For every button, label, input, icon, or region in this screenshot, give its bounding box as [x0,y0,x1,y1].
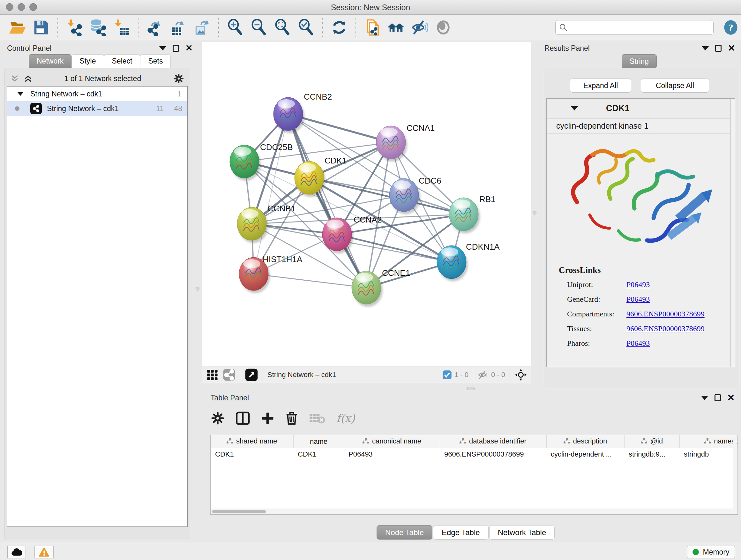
zoom-fit-button[interactable] [273,17,292,38]
left-splitter-handle[interactable] [196,287,199,291]
delete-table-icon[interactable] [309,412,326,425]
node-entry-header[interactable]: CDK1 [547,99,735,118]
delete-columns-icon[interactable] [285,411,298,425]
cell-database-identifier[interactable]: 9606.ENSP00000378699 [440,448,546,461]
table-panel-maximize-icon[interactable] [715,394,721,401]
global-search-input[interactable] [568,23,705,32]
network-options-gear-icon[interactable] [173,73,185,84]
results-scrollbar[interactable] [731,99,735,367]
col-namespace[interactable]: namespace [679,435,738,448]
network-view-canvas[interactable]: CCNB2CCNA1CDC25BCDK1CDC6RB1CCNB1CCNA2CDK… [202,42,531,367]
cell-shared-name[interactable]: CDK1 [211,448,293,461]
cloud-status-button[interactable] [7,546,26,558]
export-network-button[interactable] [145,17,165,38]
crosslink-tissues-link[interactable]: 9606.ENSP00000378699 [626,324,704,333]
save-session-button[interactable] [31,17,51,38]
control-panel-close-icon[interactable]: ✕ [185,45,193,52]
detach-view-icon[interactable] [245,368,258,381]
network-collection-row[interactable]: String Network – cdk1 1 [7,86,187,101]
first-neighbors-button[interactable] [386,17,406,38]
table-panel-float-icon[interactable] [701,396,708,400]
network-node-CCNB1[interactable]: CCNB1 [237,204,295,243]
tab-edge-table[interactable]: Edge Table [433,525,488,540]
tab-node-table[interactable]: Node Table [377,525,432,540]
results-panel-maximize-icon[interactable] [715,45,722,52]
hide-selected-button[interactable] [410,17,429,38]
warnings-button[interactable] [35,546,54,558]
cell-description[interactable]: cyclin-dependent ... [546,448,624,461]
tab-network[interactable]: Network [29,54,71,68]
col-database-identifier[interactable]: database identifier [440,435,546,448]
export-image-button[interactable] [192,17,212,38]
zoom-selected-button[interactable] [296,17,316,38]
collection-expand-icon[interactable] [17,92,23,96]
network-node-CCNB2[interactable]: CCNB2 [273,92,332,133]
tab-select[interactable]: Select [104,54,140,68]
zoom-in-button[interactable] [225,17,245,38]
import-table-button[interactable] [112,17,131,38]
expand-all-button[interactable]: Expand All [570,78,631,92]
network-node-CDK1[interactable]: CDK1 [294,156,347,197]
tab-network-table[interactable]: Network Table [489,525,555,540]
show-columns-icon[interactable] [235,411,250,425]
cell-name[interactable]: CDK1 [293,448,344,461]
network-node-CDKN1A[interactable]: CDKN1A [437,242,500,281]
network-node-RB1[interactable]: RB1 [449,194,495,233]
table-scrollbar-thumb[interactable] [212,510,266,513]
hidden-eye-icon[interactable] [478,370,488,380]
network-node-CCNA1[interactable]: CCNA1 [376,123,434,162]
memory-button[interactable]: Memory [687,546,735,558]
collapse-all-button[interactable]: Collapse All [641,78,709,92]
col-shared-name[interactable]: shared name [211,435,293,448]
crosslink-uniprot-link[interactable]: P06493 [626,280,650,289]
apply-layout-button[interactable] [329,17,349,38]
network-overview-icon[interactable] [223,368,235,381]
control-panel-float-icon[interactable] [159,46,166,51]
import-network-file-button[interactable] [64,17,84,38]
results-panel-close-icon[interactable]: ✕ [728,45,735,52]
tab-string[interactable]: String [622,54,657,68]
node-table[interactable]: shared name name canonical name database… [210,435,738,515]
table-horizontal-scrollbar[interactable] [211,509,737,514]
network-node-CDC6[interactable]: CDC6 [389,176,441,214]
results-panel-float-icon[interactable] [702,46,709,51]
open-session-button[interactable] [8,17,27,38]
crosslink-genecard-link[interactable]: P06493 [626,295,650,304]
cell-id[interactable]: stringdb:9... [624,448,679,461]
node-entry-expand-icon[interactable] [571,106,578,111]
table-vertical-scrollbar[interactable] [733,435,737,509]
network-canvas-svg[interactable]: CCNB2CCNA1CDC25BCDK1CDC6RB1CCNB1CCNA2CDK… [202,42,531,367]
create-column-icon[interactable] [261,412,274,425]
show-all-button[interactable] [433,17,453,38]
grid-view-icon[interactable] [206,369,218,381]
birds-eye-icon[interactable] [515,368,527,381]
col-description[interactable]: description [546,435,624,448]
network-row[interactable]: String Network – cdk1 11 48 [7,101,187,116]
network-node-HIST1H1A[interactable]: HIST1H1A [239,254,302,293]
zoom-out-button[interactable] [249,17,269,38]
table-row[interactable]: CDK1 CDK1 P06493 9606.ENSP00000378699 cy… [211,448,738,461]
bottom-splitter-handle[interactable] [467,387,475,390]
network-node-CCNE1[interactable]: CCNE1 [352,268,410,307]
col-name[interactable]: name [293,435,344,448]
help-button[interactable]: ? [723,17,739,38]
function-builder-icon[interactable]: f(x) [336,412,355,425]
cell-namespace[interactable]: stringdb [679,448,738,461]
import-network-database-button[interactable] [88,17,108,38]
col-canonical-name[interactable]: canonical name [344,435,440,448]
table-header-row[interactable]: shared name name canonical name database… [211,435,738,448]
tab-style[interactable]: Style [71,54,104,68]
tab-sets[interactable]: Sets [140,54,171,68]
crosslink-compartments-link[interactable]: 9606.ENSP00000378699 [626,310,704,318]
collapse-all-networks-icon[interactable] [10,74,19,83]
expand-all-networks-icon[interactable] [23,74,32,83]
selected-checkbox-icon[interactable] [442,370,452,380]
export-table-button[interactable] [169,17,188,38]
right-splitter-handle[interactable] [533,211,536,214]
crosslink-pharos-link[interactable]: P06493 [626,339,650,348]
table-options-gear-icon[interactable] [211,411,225,425]
copy-network-button[interactable] [362,17,382,38]
control-panel-maximize-icon[interactable] [173,45,179,52]
cell-canonical-name[interactable]: P06493 [344,448,440,461]
table-panel-close-icon[interactable]: ✕ [727,394,735,401]
